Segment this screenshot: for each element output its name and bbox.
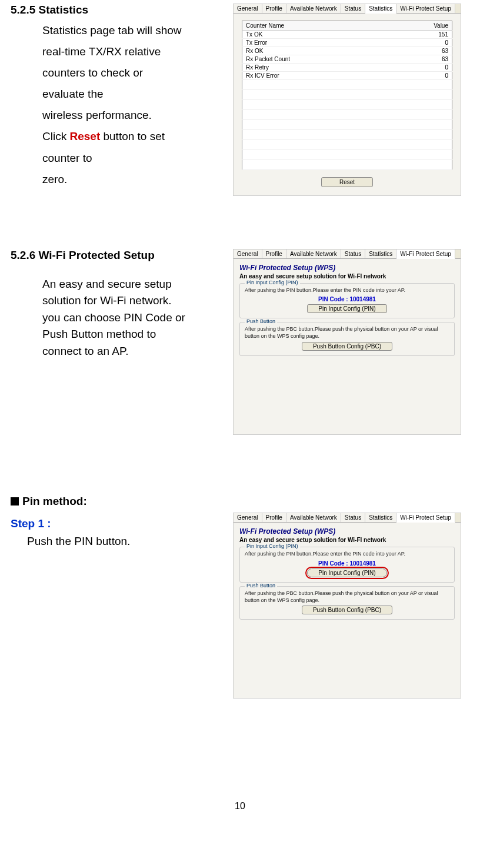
wps-title: Wi-Fi Protected Setup (WPS)	[239, 527, 455, 536]
tab-status[interactable]: Status	[341, 4, 365, 13]
page-number: 10	[11, 801, 469, 812]
wps-title: Wi-Fi Protected Setup (WPS)	[239, 264, 455, 272]
push-group: Push Button After pushing the PBC button…	[239, 322, 455, 355]
reset-keyword: Reset	[69, 130, 100, 142]
stat-row-value: 0	[389, 64, 452, 72]
reset-button[interactable]: Reset	[321, 177, 373, 187]
wps-tabs: General Profile Available Network Status…	[234, 250, 461, 259]
statistics-screenshot: General Profile Available Network Status…	[233, 4, 461, 196]
push-group: Push Button After pushing the PBC button…	[239, 586, 455, 620]
wps-subtitle: An easy and secure setup solution for Wi…	[239, 537, 455, 543]
stats-table: Counter Name Value Tx OK151 Tx Error0 Rx…	[242, 21, 452, 170]
stat-row-name: Rx Retry	[242, 64, 389, 72]
section-statistics: General Profile Available Network Status…	[11, 4, 469, 190]
stat-row-name: Rx OK	[242, 47, 389, 55]
pin-method-heading: Pin method:	[11, 495, 469, 508]
tab-status[interactable]: Status	[341, 250, 365, 258]
wps-screenshot: General Profile Available Network Status…	[233, 249, 461, 435]
tab-statistics[interactable]: Statistics	[365, 513, 396, 522]
paragraph-statistics: Statistics page tab will show real-time …	[42, 20, 225, 190]
pin-code-label: PIN Code : 10014981	[245, 296, 449, 302]
wps-subtitle: An easy and secure setup solution for Wi…	[239, 273, 455, 280]
section-wps: General Profile Available Network Status…	[11, 249, 469, 360]
stat-row-name: Rx ICV Error	[242, 72, 389, 80]
tab-wifi-protect-setup[interactable]: Wi-Fi Protect Setup	[396, 513, 455, 523]
tab-available-network[interactable]: Available Network	[286, 4, 341, 13]
pin-input-config-button-highlighted[interactable]: Pin Input Config (PIN)	[307, 568, 386, 577]
wps-tab-body: Wi-Fi Protected Setup (WPS) An easy and …	[234, 259, 461, 434]
stat-row-value: 0	[389, 39, 452, 47]
paragraph-wps: An easy and secure setup solution for Wi…	[42, 276, 231, 360]
tab-statistics[interactable]: Statistics	[365, 250, 396, 258]
stats-tab-body: Counter Name Value Tx OK151 Tx Error0 Rx…	[234, 14, 461, 195]
tab-available-network[interactable]: Available Network	[286, 513, 341, 522]
stat-row-value: 151	[389, 31, 452, 39]
push-button-config-button[interactable]: Push Button Config (PBC)	[302, 342, 392, 351]
pin-group-title: Pin Input Config (PIN)	[245, 543, 300, 549]
tab-statistics[interactable]: Statistics	[365, 4, 396, 14]
square-bullet-icon	[11, 497, 19, 505]
pin-code-label: PIN Code : 10014981	[245, 560, 449, 567]
tab-status[interactable]: Status	[341, 513, 365, 522]
pin-input-config-button[interactable]: Pin Input Config (PIN)	[307, 304, 386, 313]
push-group-text: After pushing the PBC button.Please push…	[245, 590, 449, 604]
pin-group-text: After pushing the PIN button.Please ente…	[245, 551, 449, 558]
tab-profile[interactable]: Profile	[262, 250, 286, 258]
stats-tab-control: General Profile Available Network Status…	[233, 4, 461, 196]
push-button-config-button[interactable]: Push Button Config (PBC)	[302, 606, 392, 614]
wps-pin-tab-control: General Profile Available Network Status…	[233, 513, 461, 699]
tab-profile[interactable]: Profile	[262, 513, 286, 522]
wps-pin-tab-body: Wi-Fi Protected Setup (WPS) An easy and …	[234, 523, 461, 698]
stat-row-name: Tx Error	[242, 39, 389, 47]
tab-wifi-protect-setup[interactable]: Wi-Fi Protect Setup	[396, 4, 455, 13]
stats-tabs: General Profile Available Network Status…	[234, 4, 461, 14]
section-pin-method: General Profile Available Network Status…	[11, 495, 469, 548]
push-group-title: Push Button	[245, 583, 277, 588]
stat-row-name: Rx Packet Count	[242, 55, 389, 64]
push-group-title: Push Button	[245, 318, 277, 324]
tab-general[interactable]: General	[234, 4, 262, 13]
tab-general[interactable]: General	[234, 250, 262, 258]
stats-col-name: Counter Name	[242, 21, 389, 31]
wps-tab-control: General Profile Available Network Status…	[233, 249, 461, 435]
tab-general[interactable]: General	[234, 513, 262, 522]
stat-row-value: 0	[389, 72, 452, 80]
pin-group: Pin Input Config (PIN) After pushing the…	[239, 283, 455, 319]
wps-pin-screenshot: General Profile Available Network Status…	[233, 513, 461, 699]
wps-pin-tabs: General Profile Available Network Status…	[234, 513, 461, 523]
tab-wifi-protect-setup[interactable]: Wi-Fi Protect Setup	[396, 250, 455, 259]
stats-col-value: Value	[389, 21, 452, 31]
stat-row-value: 63	[389, 47, 452, 55]
pin-group-text: After pushing the PIN button.Please ente…	[245, 287, 449, 294]
pin-group: Pin Input Config (PIN) After pushing the…	[239, 547, 455, 583]
tab-available-network[interactable]: Available Network	[286, 250, 341, 258]
pin-group-title: Pin Input Config (PIN)	[245, 280, 300, 285]
stat-row-value: 63	[389, 55, 452, 64]
tab-profile[interactable]: Profile	[262, 4, 286, 13]
push-group-text: After pushing the PBC button.Please push…	[245, 326, 449, 340]
stat-row-name: Tx OK	[242, 31, 389, 39]
